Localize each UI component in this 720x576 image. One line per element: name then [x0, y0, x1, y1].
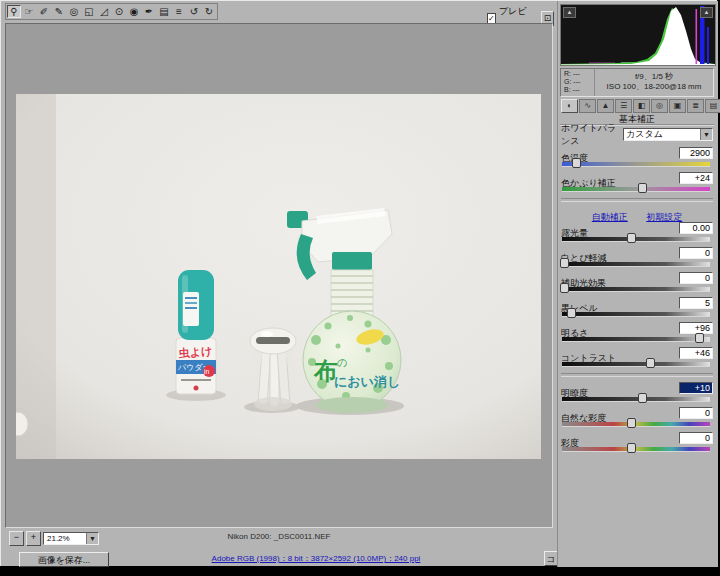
zoom-controls: − + 21.2% ▼ — [9, 531, 99, 546]
image-info-box: R: --- G: --- B: --- f/9、1/5 秒 ISO 100、1… — [560, 68, 714, 97]
recovery-slider-thumb[interactable] — [560, 258, 569, 268]
preview-area[interactable]: 虫よけ パウダー in — [5, 23, 553, 528]
photo-svg: 虫よけ パウダー in — [16, 94, 541, 459]
straighten-tool[interactable]: ◿ — [97, 5, 111, 18]
auto-adjust-link[interactable]: 自動補正 — [592, 212, 628, 222]
white-balance-label: ホワイトバランス — [561, 122, 623, 148]
divider — [561, 198, 713, 202]
clarity-slider-thumb[interactable] — [638, 393, 647, 403]
tool-group: ⚲ ☞ ✐ ✎ ◎ ◱ ◿ ⊙ ◉ ✒ ▤ ≡ ↺ ↻ — [5, 3, 218, 20]
white-balance-tool[interactable]: ✐ — [37, 5, 51, 18]
contrast-slider[interactable] — [562, 362, 710, 367]
chevron-down-icon[interactable]: ▼ — [86, 533, 98, 544]
histogram-svg — [561, 5, 715, 65]
rotate-left-tool[interactable]: ↺ — [187, 5, 201, 18]
preview-checkbox[interactable]: ✓ — [487, 13, 496, 24]
rotate-right-tool[interactable]: ↻ — [202, 5, 216, 18]
adjustment-brush-tool[interactable]: ✒ — [142, 5, 156, 18]
tint-slider-thumb[interactable] — [638, 183, 647, 193]
workflow-options-link[interactable]: Adobe RGB (1998)：8 bit：3872×2592 (10.0MP… — [151, 553, 481, 564]
tab-hsl-grayscale[interactable]: ☰ — [615, 99, 632, 113]
hand-tool[interactable]: ☞ — [22, 5, 36, 18]
histogram: ▲ ▲ — [560, 4, 716, 66]
exposure-slider-thumb[interactable] — [627, 233, 636, 243]
temperature-value[interactable] — [679, 147, 713, 159]
tab-tone-curve[interactable]: ∿ — [579, 99, 596, 113]
spot-removal-tool[interactable]: ⊙ — [112, 5, 126, 18]
tab-detail[interactable]: ▲ — [597, 99, 614, 113]
blacks-slider[interactable] — [562, 312, 710, 317]
blacks-slider-thumb[interactable] — [567, 308, 576, 318]
exposure-slider[interactable] — [562, 237, 710, 242]
bottle-band-accent: in — [204, 368, 210, 375]
recovery-value[interactable] — [679, 247, 713, 259]
target-adjustment-tool[interactable]: ◎ — [67, 5, 81, 18]
contrast-slider-thumb[interactable] — [646, 358, 655, 368]
zoom-in-button[interactable]: + — [26, 531, 41, 546]
bottle-product-text: におい消し — [334, 374, 400, 389]
saturation-value[interactable] — [679, 432, 713, 444]
panel-tabs: ◐ ∿ ▲ ☰ ◧ ◎ ▣ ≣ ▤ — [561, 99, 720, 113]
exif-iso-lens: ISO 100、18-200@18 mm — [595, 82, 713, 92]
exif-exposure: f/9、1/5 秒 — [595, 72, 713, 82]
graduated-filter-tool[interactable]: ▤ — [157, 5, 171, 18]
figurine-visor — [256, 337, 290, 344]
divider — [561, 373, 713, 377]
tint-slider[interactable] — [562, 187, 710, 192]
contrast-value[interactable] — [679, 347, 713, 359]
zoom-out-button[interactable]: − — [9, 531, 24, 546]
save-image-button[interactable]: 画像を保存... — [19, 552, 109, 567]
clarity-slider[interactable] — [562, 397, 710, 402]
vibrance-slider[interactable] — [562, 422, 710, 427]
exposure-value[interactable] — [679, 222, 713, 234]
temperature-slider-thumb[interactable] — [572, 158, 581, 168]
auto-default-links: 自動補正 初期設定 — [561, 206, 713, 217]
brightness-slider[interactable] — [562, 337, 710, 342]
brightness-slider-thumb[interactable] — [695, 333, 704, 343]
recovery-slider[interactable] — [562, 262, 710, 267]
zoom-level-value: 21.2% — [44, 534, 86, 543]
bottle-particle: の — [337, 357, 347, 368]
toolbar: ⚲ ☞ ✐ ✎ ◎ ◱ ◿ ⊙ ◉ ✒ ▤ ≡ ↺ ↻ ✓ プレビュー ⊡ — [4, 3, 554, 22]
vibrance-slider-thumb[interactable] — [627, 418, 636, 428]
vibrance-value[interactable] — [679, 407, 713, 419]
color-sampler-tool[interactable]: ✎ — [52, 5, 66, 18]
shadow-clipping-warning-icon[interactable]: ▲ — [563, 7, 576, 18]
tab-camera-calibration[interactable]: ▣ — [669, 99, 686, 113]
exif-summary: f/9、1/5 秒 ISO 100、18-200@18 mm — [595, 69, 713, 96]
fill-light-value[interactable] — [679, 272, 713, 284]
chevron-down-icon[interactable]: ▼ — [700, 129, 712, 140]
saturation-slider-thumb[interactable] — [627, 443, 636, 453]
fill-light-slider-thumb[interactable] — [560, 283, 569, 293]
tint-value[interactable] — [679, 172, 713, 184]
tab-lens-corrections[interactable]: ◎ — [651, 99, 668, 113]
highlight-clipping-warning-icon[interactable]: ▲ — [700, 7, 713, 18]
saturation-slider[interactable] — [562, 447, 710, 452]
insect-repellent-bottle: 虫よけ パウダー in — [176, 270, 216, 394]
red-eye-tool[interactable]: ◉ — [127, 5, 141, 18]
photo-left-vignette — [16, 94, 56, 459]
tab-basic[interactable]: ◐ — [561, 99, 578, 113]
white-balance-value: カスタム — [624, 128, 700, 141]
camera-raw-dialog: ⚲ ☞ ✐ ✎ ◎ ◱ ◿ ⊙ ◉ ✒ ▤ ≡ ↺ ↻ ✓ プレビュー ⊡ — [0, 0, 717, 566]
crop-tool[interactable]: ◱ — [82, 5, 96, 18]
tab-presets[interactable]: ≣ — [687, 99, 704, 113]
photo-image[interactable]: 虫よけ パウダー in — [16, 94, 541, 459]
adjustments-panel: ▲ ▲ R: --- G: --- B: --- f/9、1/5 秒 ISO 1… — [557, 1, 718, 567]
rgb-readout: R: --- G: --- B: --- — [561, 69, 595, 96]
basic-panel-content: ホワイトバランス カスタム ▼ 色温度 色かぶり補正 自動補正 — [561, 127, 713, 452]
zoom-tool[interactable]: ⚲ — [7, 5, 21, 18]
blacks-value[interactable] — [679, 297, 713, 309]
tab-split-toning[interactable]: ◧ — [633, 99, 650, 113]
temperature-slider[interactable] — [562, 162, 710, 167]
tab-snapshots[interactable]: ▤ — [705, 99, 720, 113]
fill-light-slider[interactable] — [562, 287, 710, 292]
clarity-value[interactable] — [679, 382, 713, 394]
white-balance-select[interactable]: カスタム ▼ — [623, 128, 713, 141]
preferences-tool[interactable]: ≡ — [172, 5, 186, 18]
zoom-level-select[interactable]: 21.2% ▼ — [43, 532, 99, 545]
default-settings-link[interactable]: 初期設定 — [646, 212, 682, 222]
